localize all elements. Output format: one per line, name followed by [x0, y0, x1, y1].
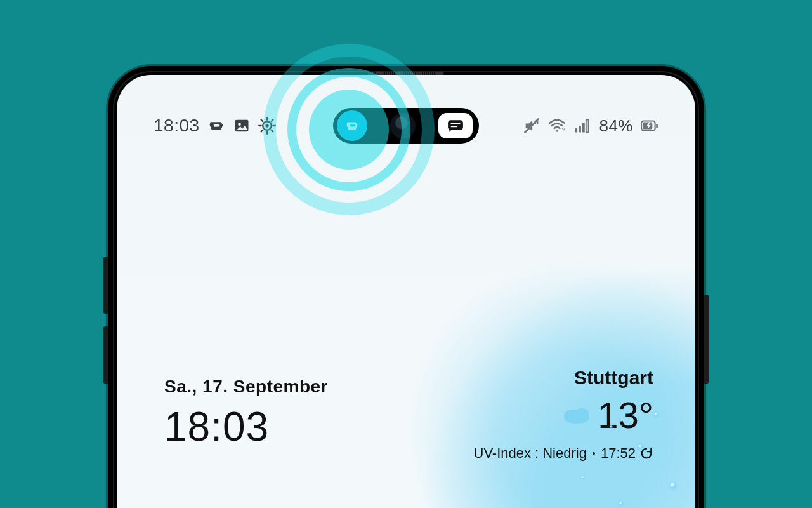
volume-up-key[interactable]	[103, 257, 108, 314]
weather-details-row: UV-Index : Niedrig 17:52	[474, 445, 653, 462]
svg-point-26	[564, 412, 589, 424]
svg-rect-16	[582, 123, 585, 132]
cloud-icon	[562, 403, 591, 427]
lockscreen-time: 18:03	[164, 403, 328, 450]
mute-icon	[523, 117, 540, 135]
svg-point-13	[556, 130, 558, 132]
svg-rect-15	[579, 126, 582, 133]
uv-index-label: UV-Index :	[474, 445, 539, 462]
app-glyph-icon	[207, 117, 225, 135]
island-app-icon[interactable]	[337, 110, 367, 141]
weather-updated-time: 17:52	[601, 445, 636, 462]
phone-frame: 18:03	[108, 66, 704, 508]
punch-hole-island[interactable]	[333, 108, 479, 144]
svg-rect-17	[586, 120, 589, 133]
lockscreen-clock-widget[interactable]: Sa., 17. September 18:03	[164, 377, 328, 450]
svg-rect-14	[575, 128, 578, 133]
svg-line-9	[261, 130, 263, 132]
bug-gear-icon	[258, 117, 276, 135]
wifi-icon	[548, 117, 566, 135]
status-clock: 18:03	[154, 116, 200, 136]
island-message-icon[interactable]	[438, 113, 473, 138]
battery-charging-icon	[641, 117, 658, 135]
cell-signal-icon	[573, 117, 591, 135]
weather-widget[interactable]: Stuttgart 13° UV-Index : Niedrig 17:52	[474, 367, 653, 462]
front-camera	[389, 112, 417, 140]
svg-point-11	[265, 124, 268, 127]
device-screen: 18:03	[117, 75, 695, 508]
svg-line-10	[271, 120, 273, 122]
svg-point-1	[238, 123, 241, 126]
svg-rect-21	[448, 120, 463, 130]
battery-percent: 84%	[599, 116, 633, 136]
power-key[interactable]	[704, 295, 709, 384]
weather-temp: 13°	[598, 394, 653, 436]
svg-line-8	[271, 130, 273, 132]
svg-line-7	[261, 120, 263, 122]
svg-rect-19	[656, 124, 658, 128]
weather-city: Stuttgart	[474, 367, 653, 389]
lockscreen-date: Sa., 17. September	[164, 377, 328, 397]
gallery-icon	[233, 117, 251, 135]
volume-down-key[interactable]	[103, 326, 108, 384]
refresh-icon[interactable]	[639, 446, 653, 460]
uv-index-value: Niedrig	[542, 445, 587, 462]
